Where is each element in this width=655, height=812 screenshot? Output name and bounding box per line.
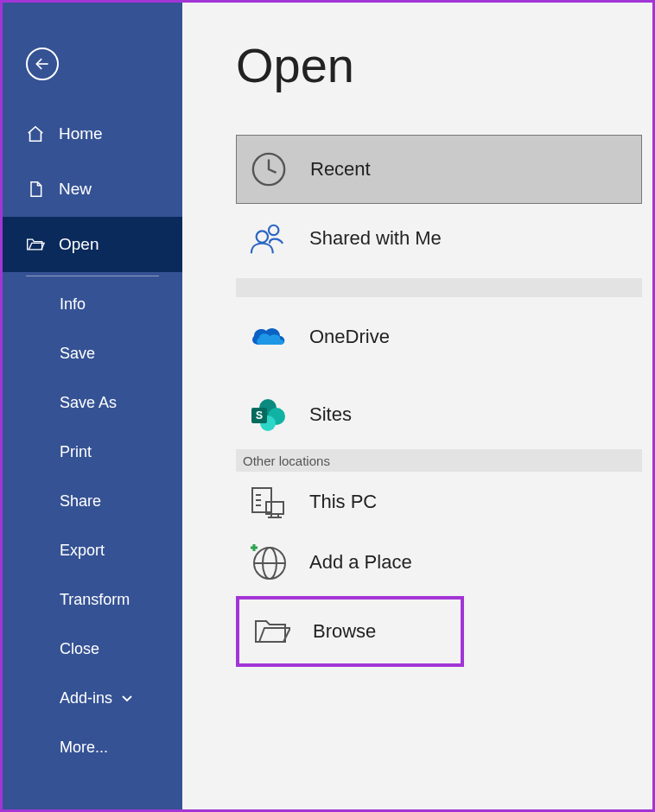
sidebar-divider (26, 276, 159, 276)
sidebar-item-close[interactable]: Close (3, 625, 182, 674)
sidebar-item-save-as[interactable]: Save As (3, 378, 182, 428)
location-browse[interactable]: Browse (239, 599, 461, 663)
location-sites[interactable]: S Sites (236, 380, 642, 449)
onedrive-icon (249, 318, 287, 356)
section-divider (236, 278, 642, 297)
sidebar-item-label: Open (59, 235, 99, 254)
clock-icon (250, 150, 288, 188)
location-add-place[interactable]: Add a Place (236, 532, 642, 593)
back-button[interactable] (26, 48, 59, 80)
svg-rect-9 (252, 488, 271, 512)
location-shared[interactable]: Shared with Me (236, 204, 642, 273)
new-document-icon (26, 180, 45, 199)
sidebar-item-save[interactable]: Save (3, 329, 182, 378)
browse-highlight: Browse (236, 596, 464, 667)
sidebar-item-open[interactable]: Open (3, 217, 182, 272)
sidebar-item-label: New (59, 180, 92, 199)
arrow-left-icon (34, 55, 51, 73)
sidebar-item-info[interactable]: Info (3, 280, 182, 329)
people-icon (249, 219, 287, 257)
sidebar-item-label: Home (59, 124, 103, 143)
svg-point-2 (269, 225, 278, 235)
svg-text:S: S (256, 409, 263, 422)
home-icon (26, 124, 45, 143)
page-title: Open (236, 37, 642, 93)
add-place-icon (249, 543, 287, 581)
location-label: Add a Place (309, 551, 412, 574)
other-locations-header: Other locations (236, 449, 642, 472)
folder-open-icon (252, 612, 290, 650)
location-label: Shared with Me (309, 227, 442, 250)
location-recent[interactable]: Recent (236, 135, 642, 204)
svg-point-3 (257, 231, 268, 242)
chevron-down-icon (122, 695, 132, 703)
sidebar-item-print[interactable]: Print (3, 428, 182, 477)
sharepoint-icon: S (249, 396, 287, 434)
sidebar-item-more[interactable]: More... (3, 723, 182, 772)
backstage-sidebar: Home New Open Info Save Save As Print Sh… (3, 3, 182, 809)
location-label: Browse (313, 620, 376, 643)
location-label: Sites (309, 403, 352, 426)
sidebar-item-share[interactable]: Share (3, 477, 182, 526)
location-this-pc[interactable]: This PC (236, 472, 642, 532)
this-pc-icon (249, 483, 287, 521)
sidebar-item-transform[interactable]: Transform (3, 575, 182, 625)
open-panel: Open Recent Shared with Me (182, 3, 652, 809)
location-label: Recent (310, 158, 371, 181)
sidebar-item-new[interactable]: New (3, 162, 182, 217)
open-folder-icon (26, 235, 45, 254)
location-onedrive[interactable]: OneDrive (236, 302, 642, 371)
sidebar-item-home[interactable]: Home (3, 106, 182, 162)
location-label: This PC (309, 491, 377, 513)
sidebar-item-addins[interactable]: Add-ins (3, 674, 182, 723)
location-label: OneDrive (309, 326, 390, 348)
sidebar-item-export[interactable]: Export (3, 526, 182, 575)
